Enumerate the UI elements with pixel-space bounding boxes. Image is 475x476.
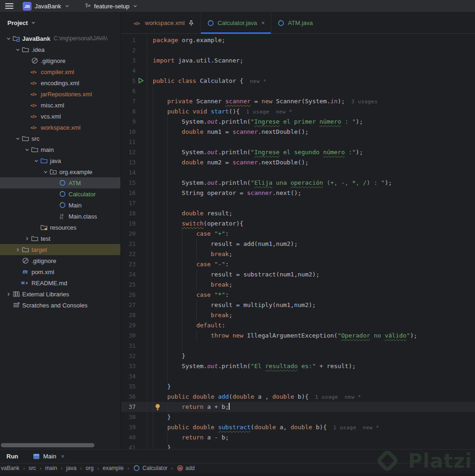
tree-item-test[interactable]: test [0, 233, 120, 244]
code-line-29[interactable]: 29default: [121, 320, 475, 331]
code-line-6[interactable]: 6 [121, 86, 475, 96]
close-tab-icon[interactable]: × [261, 19, 265, 26]
tree-item-java[interactable]: java [0, 155, 120, 166]
line-number[interactable]: 12 [121, 147, 136, 157]
code-line-34[interactable]: 34 [121, 371, 475, 382]
tree-item-atm[interactable]: ATM [0, 177, 120, 188]
code-line-39[interactable]: 39public double substract(double a, doub… [121, 422, 475, 432]
bulb-icon[interactable] [155, 403, 162, 411]
vcs-branch-button[interactable]: feature-setup [82, 2, 140, 11]
main-menu-icon[interactable] [5, 3, 13, 9]
line-number[interactable]: 4 [121, 66, 136, 76]
tree-item-encodings-xml[interactable]: </>encodings.xml [0, 77, 120, 88]
code-line-3[interactable]: 3import java.util.Scanner; [121, 56, 475, 66]
tree-item-main[interactable]: main [0, 144, 120, 155]
code-line-30[interactable]: 30throw new IllegalArgumentException("Op… [121, 331, 475, 341]
tree-item-scratches-and-consoles[interactable]: Scratches and Consoles [0, 300, 120, 311]
project-tool-window-header[interactable]: Project [0, 13, 120, 33]
tree-item-calculator[interactable]: Calculator [0, 188, 120, 200]
tree-item-misc-xml[interactable]: </>misc.xml [0, 100, 120, 111]
code-line-23[interactable]: 23case "-": [121, 259, 475, 269]
breadcrumb-item-vabank[interactable]: vaBank [1, 465, 19, 471]
line-number[interactable]: 6 [121, 86, 136, 96]
editor-tab-atm-java[interactable]: ATM.java [271, 13, 319, 33]
code-line-25[interactable]: 25break; [121, 280, 475, 290]
close-tab-icon[interactable]: × [61, 453, 64, 460]
tree-item-compiler-xml[interactable]: </>compiler.xml [0, 66, 120, 77]
project-widget-button[interactable]: JB JavaBank [20, 1, 72, 12]
chevron-down-icon[interactable] [42, 168, 49, 175]
code-line-37[interactable]: 37return a + b; [121, 402, 475, 412]
horizontal-scrollbar[interactable] [1, 443, 94, 447]
code-editor[interactable]: 1package org.example;23import java.util.… [121, 34, 475, 449]
line-number[interactable]: 9 [121, 117, 136, 127]
line-number[interactable]: 16 [121, 188, 136, 198]
code-line-40[interactable]: 40return a - b; [121, 432, 475, 443]
code-line-11[interactable]: 11 [121, 137, 475, 147]
line-number[interactable]: 32 [121, 351, 136, 361]
tree-item-target[interactable]: target [0, 244, 120, 255]
line-number[interactable]: 17 [121, 198, 136, 208]
line-number[interactable]: 40 [121, 432, 136, 443]
tree-item-gitignore[interactable]: .gitignore [0, 255, 120, 266]
tree-item-gitignore[interactable]: .gitignore [0, 55, 120, 66]
code-line-19[interactable]: 19switch(operator){ [121, 219, 475, 229]
tree-item-idea[interactable]: .idea [0, 44, 120, 55]
code-line-8[interactable]: 8public void start(){1 usagenew * [121, 106, 475, 117]
line-number[interactable]: 33 [121, 361, 136, 371]
code-line-27[interactable]: 27result = multiply(num1,num2); [121, 300, 475, 310]
code-line-15[interactable]: 15System.out.println("Elija una operació… [121, 178, 475, 188]
breadcrumb-item-calculator[interactable]: Calculator [133, 464, 168, 472]
code-line-16[interactable]: 16String operator = scanner.next(); [121, 188, 475, 198]
code-line-20[interactable]: 20case "+": [121, 229, 475, 239]
line-number[interactable]: 11 [121, 137, 136, 147]
tree-item-readme-md[interactable]: MREADME.md [0, 277, 120, 288]
chevron-down-icon[interactable] [5, 35, 12, 42]
line-number[interactable]: 25 [121, 280, 136, 290]
tree-item-jarrepositories-xml[interactable]: </>jarRepositories.xml [0, 88, 120, 100]
breadcrumb-item-add[interactable]: madd [177, 465, 195, 471]
code-line-2[interactable]: 2 [121, 45, 475, 56]
run-icon[interactable] [138, 77, 145, 85]
code-line-14[interactable]: 14 [121, 168, 475, 178]
code-line-41[interactable]: 41} [121, 443, 475, 449]
breadcrumb-item-org[interactable]: org [86, 465, 94, 471]
code-line-24[interactable]: 24result = substract(num1,num2); [121, 269, 475, 280]
line-number[interactable]: 15 [121, 178, 136, 188]
code-line-7[interactable]: 7private Scanner scanner = new Scanner(S… [121, 96, 475, 106]
run-tab-main[interactable]: Main× [33, 453, 64, 460]
code-line-10[interactable]: 10double num1 = scanner.nextDouble(); [121, 127, 475, 137]
code-line-21[interactable]: 21result = add(num1,num2); [121, 239, 475, 249]
line-number[interactable]: 39 [121, 422, 136, 432]
tree-item-main-class[interactable]: 1001Main.class [0, 211, 120, 222]
chevron-down-icon[interactable] [23, 146, 31, 153]
code-line-36[interactable]: 36public double add(double a , double b)… [121, 392, 475, 402]
line-number[interactable]: 28 [121, 310, 136, 320]
breadcrumb-item-src[interactable]: src [29, 465, 36, 471]
line-number[interactable]: 37 [121, 402, 136, 412]
editor-tab-workspace-xml[interactable]: </>workspace.xml [128, 13, 200, 33]
line-number[interactable]: 27 [121, 300, 136, 310]
line-number[interactable]: 14 [121, 168, 136, 178]
line-number[interactable]: 30 [121, 331, 136, 341]
tree-item-src[interactable]: src [0, 133, 120, 144]
chevron-down-icon[interactable] [32, 157, 40, 164]
line-number[interactable]: 2 [121, 45, 136, 56]
code-line-1[interactable]: 1package org.example; [121, 35, 475, 45]
line-number[interactable]: 5 [121, 76, 136, 86]
code-line-9[interactable]: 9System.out.println("Ingrese el primer n… [121, 117, 475, 127]
line-number[interactable]: 20 [121, 229, 136, 239]
line-number[interactable]: 31 [121, 341, 136, 351]
tree-item-external-libraries[interactable]: External Libraries [0, 288, 120, 300]
line-number[interactable]: 29 [121, 320, 136, 331]
chevron-down-icon[interactable] [14, 135, 21, 142]
line-number[interactable]: 13 [121, 157, 136, 168]
chevron-right-icon[interactable] [23, 235, 31, 242]
breadcrumb-item-example[interactable]: example [103, 465, 124, 471]
editor-tab-calculator-java[interactable]: Calculator.java× [200, 13, 271, 33]
code-line-26[interactable]: 26case "*": [121, 290, 475, 300]
tree-item-org-example[interactable]: org.example [0, 166, 120, 177]
line-number[interactable]: 26 [121, 290, 136, 300]
code-line-5[interactable]: 5public class Calculator {new * [121, 76, 475, 86]
line-number[interactable]: 10 [121, 127, 136, 137]
